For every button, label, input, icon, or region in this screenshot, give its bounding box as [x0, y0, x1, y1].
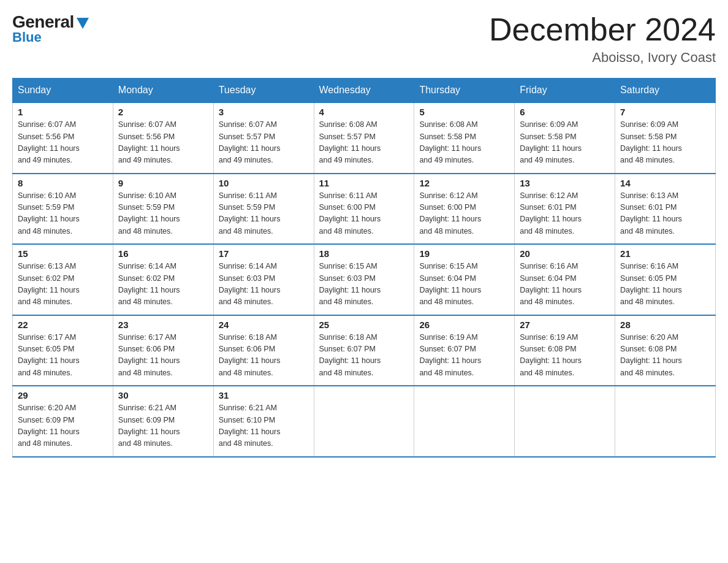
- day-number: 28: [620, 320, 710, 330]
- day-info: Sunrise: 6:17 AMSunset: 6:06 PMDaylight:…: [118, 332, 208, 380]
- weekday-header-friday: Friday: [515, 79, 615, 103]
- calendar-cell: 13Sunrise: 6:12 AMSunset: 6:01 PMDayligh…: [515, 174, 615, 245]
- logo-blue-text: Blue: [12, 29, 42, 45]
- day-number: 5: [419, 107, 509, 117]
- day-info: Sunrise: 6:12 AMSunset: 6:00 PMDaylight:…: [419, 190, 509, 238]
- day-info: Sunrise: 6:19 AMSunset: 6:08 PMDaylight:…: [520, 332, 610, 380]
- day-number: 4: [319, 107, 409, 117]
- weekday-header-tuesday: Tuesday: [213, 79, 314, 103]
- day-number: 8: [18, 178, 108, 188]
- calendar-cell: 16Sunrise: 6:14 AMSunset: 6:02 PMDayligh…: [113, 244, 213, 315]
- calendar-cell: 4Sunrise: 6:08 AMSunset: 5:57 PMDaylight…: [314, 102, 414, 174]
- calendar-cell: 3Sunrise: 6:07 AMSunset: 5:57 PMDaylight…: [213, 102, 314, 174]
- calendar-table: SundayMondayTuesdayWednesdayThursdayFrid…: [12, 78, 716, 458]
- calendar-week-row: 22Sunrise: 6:17 AMSunset: 6:05 PMDayligh…: [13, 315, 716, 386]
- weekday-header-wednesday: Wednesday: [314, 79, 414, 103]
- calendar-cell: 1Sunrise: 6:07 AMSunset: 5:56 PMDaylight…: [13, 102, 113, 174]
- day-info: Sunrise: 6:16 AMSunset: 6:05 PMDaylight:…: [620, 261, 710, 308]
- calendar-cell: 18Sunrise: 6:15 AMSunset: 6:03 PMDayligh…: [314, 244, 414, 315]
- calendar-cell: 12Sunrise: 6:12 AMSunset: 6:00 PMDayligh…: [414, 174, 515, 245]
- day-info: Sunrise: 6:08 AMSunset: 5:58 PMDaylight:…: [419, 119, 509, 167]
- day-number: 6: [520, 107, 610, 117]
- day-number: 14: [620, 178, 710, 188]
- day-info: Sunrise: 6:09 AMSunset: 5:58 PMDaylight:…: [620, 119, 710, 167]
- calendar-cell: 8Sunrise: 6:10 AMSunset: 5:59 PMDaylight…: [13, 174, 113, 245]
- day-number: 12: [419, 178, 509, 188]
- calendar-cell: [414, 386, 515, 457]
- day-info: Sunrise: 6:15 AMSunset: 6:03 PMDaylight:…: [319, 261, 409, 308]
- weekday-header-thursday: Thursday: [414, 79, 515, 103]
- day-number: 7: [620, 107, 710, 117]
- day-number: 13: [520, 178, 610, 188]
- day-info: Sunrise: 6:11 AMSunset: 6:00 PMDaylight:…: [319, 190, 409, 238]
- location: Aboisso, Ivory Coast: [489, 50, 716, 66]
- calendar-cell: 7Sunrise: 6:09 AMSunset: 5:58 PMDaylight…: [615, 102, 716, 174]
- day-info: Sunrise: 6:10 AMSunset: 5:59 PMDaylight:…: [18, 190, 108, 238]
- day-number: 15: [18, 248, 108, 259]
- day-number: 18: [319, 248, 409, 259]
- calendar-cell: 6Sunrise: 6:09 AMSunset: 5:58 PMDaylight…: [515, 102, 615, 174]
- logo-arrow-icon: [77, 18, 89, 29]
- day-number: 16: [118, 248, 208, 259]
- day-number: 27: [520, 320, 610, 330]
- day-info: Sunrise: 6:08 AMSunset: 5:57 PMDaylight:…: [319, 119, 409, 167]
- calendar-cell: 9Sunrise: 6:10 AMSunset: 5:59 PMDaylight…: [113, 174, 213, 245]
- day-number: 19: [419, 248, 509, 259]
- day-number: 9: [118, 178, 208, 188]
- day-number: 1: [18, 107, 108, 117]
- day-info: Sunrise: 6:14 AMSunset: 6:02 PMDaylight:…: [118, 261, 208, 308]
- day-info: Sunrise: 6:18 AMSunset: 6:06 PMDaylight:…: [219, 332, 309, 380]
- calendar-cell: 22Sunrise: 6:17 AMSunset: 6:05 PMDayligh…: [13, 315, 113, 386]
- calendar-cell: 19Sunrise: 6:15 AMSunset: 6:04 PMDayligh…: [414, 244, 515, 315]
- weekday-header-saturday: Saturday: [615, 79, 716, 103]
- calendar-cell: 23Sunrise: 6:17 AMSunset: 6:06 PMDayligh…: [113, 315, 213, 386]
- calendar-cell: 21Sunrise: 6:16 AMSunset: 6:05 PMDayligh…: [615, 244, 716, 315]
- day-number: 29: [18, 390, 108, 400]
- calendar-cell: 29Sunrise: 6:20 AMSunset: 6:09 PMDayligh…: [13, 386, 113, 457]
- calendar-cell: [515, 386, 615, 457]
- day-info: Sunrise: 6:07 AMSunset: 5:56 PMDaylight:…: [118, 119, 208, 167]
- day-info: Sunrise: 6:15 AMSunset: 6:04 PMDaylight:…: [419, 261, 509, 308]
- day-info: Sunrise: 6:12 AMSunset: 6:01 PMDaylight:…: [520, 190, 610, 238]
- calendar-cell: 15Sunrise: 6:13 AMSunset: 6:02 PMDayligh…: [13, 244, 113, 315]
- calendar-cell: 17Sunrise: 6:14 AMSunset: 6:03 PMDayligh…: [213, 244, 314, 315]
- calendar-cell: 27Sunrise: 6:19 AMSunset: 6:08 PMDayligh…: [515, 315, 615, 386]
- day-info: Sunrise: 6:14 AMSunset: 6:03 PMDaylight:…: [219, 261, 309, 308]
- day-info: Sunrise: 6:09 AMSunset: 5:58 PMDaylight:…: [520, 119, 610, 167]
- calendar-cell: 24Sunrise: 6:18 AMSunset: 6:06 PMDayligh…: [213, 315, 314, 386]
- weekday-header-monday: Monday: [113, 79, 213, 103]
- calendar-cell: 26Sunrise: 6:19 AMSunset: 6:07 PMDayligh…: [414, 315, 515, 386]
- calendar-cell: 2Sunrise: 6:07 AMSunset: 5:56 PMDaylight…: [113, 102, 213, 174]
- day-number: 20: [520, 248, 610, 259]
- day-number: 22: [18, 320, 108, 330]
- calendar-cell: 10Sunrise: 6:11 AMSunset: 5:59 PMDayligh…: [213, 174, 314, 245]
- day-info: Sunrise: 6:21 AMSunset: 6:09 PMDaylight:…: [118, 402, 208, 450]
- day-info: Sunrise: 6:19 AMSunset: 6:07 PMDaylight:…: [419, 332, 509, 380]
- month-title: December 2024: [489, 12, 716, 47]
- calendar-cell: 28Sunrise: 6:20 AMSunset: 6:08 PMDayligh…: [615, 315, 716, 386]
- day-info: Sunrise: 6:11 AMSunset: 5:59 PMDaylight:…: [219, 190, 309, 238]
- calendar-cell: 25Sunrise: 6:18 AMSunset: 6:07 PMDayligh…: [314, 315, 414, 386]
- day-info: Sunrise: 6:21 AMSunset: 6:10 PMDaylight:…: [219, 402, 309, 450]
- day-number: 2: [118, 107, 208, 117]
- calendar-week-row: 1Sunrise: 6:07 AMSunset: 5:56 PMDaylight…: [13, 102, 716, 174]
- calendar-cell: 5Sunrise: 6:08 AMSunset: 5:58 PMDaylight…: [414, 102, 515, 174]
- calendar-cell: 31Sunrise: 6:21 AMSunset: 6:10 PMDayligh…: [213, 386, 314, 457]
- day-info: Sunrise: 6:18 AMSunset: 6:07 PMDaylight:…: [319, 332, 409, 380]
- logo: General Blue: [12, 12, 89, 45]
- day-number: 10: [219, 178, 309, 188]
- day-number: 3: [219, 107, 309, 117]
- weekday-header-sunday: Sunday: [13, 79, 113, 103]
- day-number: 31: [219, 390, 309, 400]
- calendar-cell: 30Sunrise: 6:21 AMSunset: 6:09 PMDayligh…: [113, 386, 213, 457]
- calendar-cell: 11Sunrise: 6:11 AMSunset: 6:00 PMDayligh…: [314, 174, 414, 245]
- calendar-cell: [615, 386, 716, 457]
- day-info: Sunrise: 6:16 AMSunset: 6:04 PMDaylight:…: [520, 261, 610, 308]
- day-number: 24: [219, 320, 309, 330]
- title-section: December 2024 Aboisso, Ivory Coast: [489, 12, 716, 66]
- day-number: 26: [419, 320, 509, 330]
- day-info: Sunrise: 6:17 AMSunset: 6:05 PMDaylight:…: [18, 332, 108, 380]
- day-info: Sunrise: 6:13 AMSunset: 6:01 PMDaylight:…: [620, 190, 710, 238]
- day-number: 25: [319, 320, 409, 330]
- calendar-cell: 14Sunrise: 6:13 AMSunset: 6:01 PMDayligh…: [615, 174, 716, 245]
